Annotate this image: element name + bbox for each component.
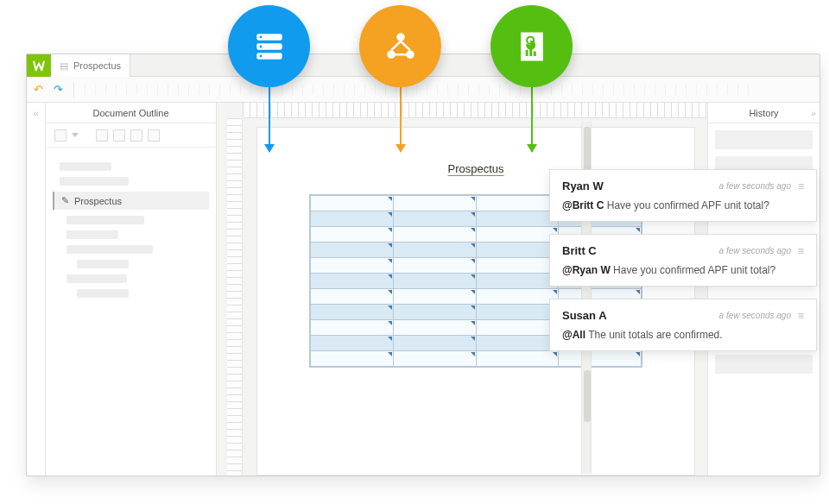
feature-circle-data [228, 5, 310, 87]
svg-rect-12 [529, 47, 532, 55]
outline-item-placeholder[interactable] [66, 216, 144, 224]
history-title: History » [708, 103, 820, 123]
comment-time: a few seconds ago [719, 311, 791, 320]
svg-rect-13 [533, 51, 535, 56]
outline-panel: Document Outline ✎ Prospectus [46, 103, 217, 476]
svg-point-5 [259, 54, 262, 57]
vertical-ruler [227, 118, 243, 476]
outline-view-3[interactable] [130, 129, 142, 142]
outline-item-placeholder[interactable] [77, 289, 129, 298]
comment-user: Susan A [562, 309, 607, 322]
svg-rect-11 [525, 49, 528, 55]
svg-point-6 [396, 33, 405, 41]
outline-item-placeholder[interactable] [66, 230, 118, 239]
comment-user: Britt C [562, 244, 597, 257]
comment-card[interactable]: Britt C a few seconds ago ≡ @Ryan W Have… [549, 234, 817, 287]
tab-label: Prospectus [73, 60, 121, 71]
comment-mention: @Britt C [562, 199, 604, 211]
outline-item-placeholder[interactable] [77, 260, 129, 268]
undo-button[interactable]: ↶ [34, 83, 43, 96]
comment-body: @Britt C Have you confirmed APF unit tot… [562, 199, 804, 211]
comment-stack: Ryan W a few seconds ago ≡ @Britt C Have… [549, 169, 817, 363]
redo-button[interactable]: ↷ [54, 83, 63, 96]
feature-circle-collaboration [359, 5, 441, 87]
outline-item-placeholder[interactable] [60, 177, 129, 186]
toolbar: ↶ ↷ [27, 77, 820, 103]
feature-circle-report [490, 5, 573, 87]
outline-item-placeholder[interactable] [66, 274, 127, 283]
comment-card[interactable]: Susan A a few seconds ago ≡ @All The uni… [549, 299, 817, 351]
comment-text: Have you confirmed APF unit total? [607, 199, 769, 211]
pointer-blue [269, 86, 270, 152]
tab-prospectus[interactable]: ▤ Prospectus [51, 54, 130, 77]
comment-body: @All The unit totals are confirmed. [562, 329, 804, 341]
svg-point-4 [259, 45, 262, 47]
outline-item-placeholder[interactable] [60, 162, 111, 171]
data-icon [250, 28, 288, 66]
horizontal-ruler [243, 103, 707, 118]
collaboration-icon [382, 28, 420, 66]
comment-mention: @All [562, 329, 585, 341]
history-item-placeholder[interactable] [715, 130, 813, 149]
comment-menu-icon[interactable]: ≡ [798, 246, 804, 256]
comment-time: a few seconds ago [719, 181, 791, 191]
outline-item-placeholder[interactable] [66, 245, 153, 254]
expand-history-icon[interactable]: » [811, 108, 816, 118]
outline-view-1[interactable] [96, 129, 108, 142]
history-title-label: History [749, 108, 778, 118]
comment-menu-icon[interactable]: ≡ [798, 311, 804, 321]
comment-time: a few seconds ago [719, 246, 791, 255]
outline-view-4[interactable] [148, 129, 160, 142]
pencil-icon: ✎ [61, 195, 69, 206]
comment-user: Ryan W [562, 180, 604, 192]
comment-body: @Ryan W Have you confirmed APF unit tota… [562, 264, 804, 276]
document-icon: ▤ [60, 60, 68, 72]
comment-card[interactable]: Ryan W a few seconds ago ≡ @Britt C Have… [549, 169, 817, 222]
comment-text: The unit totals are confirmed. [588, 329, 722, 341]
scrollbar-thumb[interactable] [584, 370, 591, 422]
outline-view-2[interactable] [113, 129, 125, 142]
outline-body: ✎ Prospectus [46, 148, 216, 312]
pointer-orange [400, 86, 402, 152]
svg-point-3 [259, 35, 262, 38]
outline-title: Document Outline [46, 103, 216, 123]
report-icon [513, 28, 551, 66]
logo-icon [32, 59, 46, 72]
outline-item-active[interactable]: ✎ Prospectus [53, 192, 209, 210]
comment-text: Have you confirmed APF unit total? [613, 264, 775, 276]
outline-controls [46, 123, 216, 148]
toolbar-separator [73, 82, 74, 98]
collapse-gutter-left[interactable]: « [27, 103, 46, 476]
comment-mention: @Ryan W [562, 264, 611, 276]
outline-item-label: Prospectus [74, 196, 122, 206]
app-logo[interactable] [27, 54, 51, 77]
outline-filter-1[interactable] [54, 129, 66, 142]
toolbar-placeholder [85, 85, 758, 95]
comment-menu-icon[interactable]: ≡ [798, 181, 804, 192]
outline-filter-dropdown[interactable] [72, 133, 79, 138]
pointer-green [531, 86, 533, 152]
